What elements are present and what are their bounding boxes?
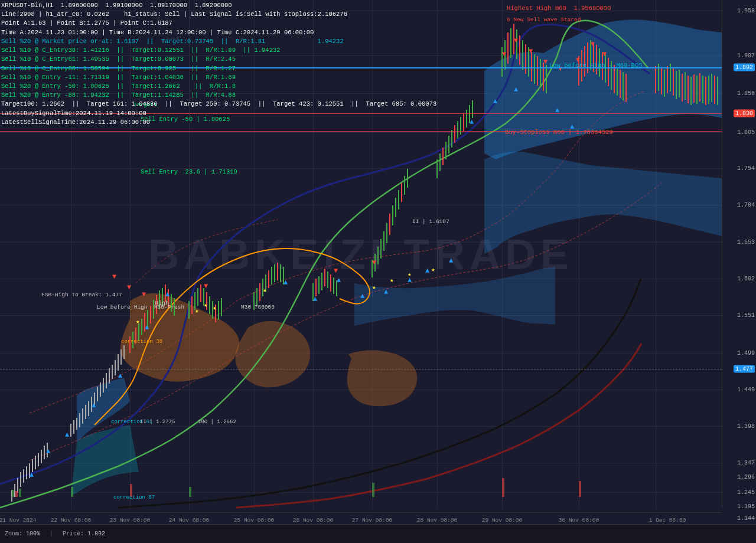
svg-text:▲: ▲ (65, 431, 70, 439)
bottom-bar-mid: | (50, 531, 53, 537)
svg-text:★: ★ (431, 266, 435, 273)
time-30nov: 30 Nov 08:00 (559, 517, 599, 524)
watermark: BABKEIZI TRADE (148, 230, 573, 279)
svg-text:▲: ▲ (165, 290, 170, 299)
price-1754: 1.754 (737, 165, 755, 172)
price-axis: 1.958 1.907 1.892 1.856 1.830 1.805 1.75… (722, 0, 756, 508)
svg-text:▲: ▲ (46, 447, 51, 456)
price-1892-highlight: 1.892 (734, 64, 755, 71)
svg-text:▲: ▲ (514, 86, 519, 94)
price-1398: 1.398 (737, 423, 755, 430)
svg-text:▼: ▼ (204, 282, 208, 290)
low-before-high-m30-label: Low before High M30-Fresh (97, 304, 184, 310)
price-1856: 1.856 (737, 90, 755, 97)
svg-text:▼: ▼ (591, 40, 595, 48)
svg-text:▲: ▲ (145, 323, 149, 332)
price-1499: 1.499 (737, 350, 755, 356)
price-1551: 1.551 (737, 312, 755, 319)
svg-text:★: ★ (204, 302, 208, 309)
svg-text:▼: ▼ (142, 290, 146, 299)
svg-text:★: ★ (263, 287, 267, 294)
svg-text:★: ★ (408, 271, 412, 278)
level-1618-label: II | 1.6187 (412, 218, 449, 225)
target1-label: Target1 (133, 102, 157, 108)
price-1602: 1.602 (737, 276, 755, 282)
svg-text:▼: ▼ (558, 65, 563, 73)
time-25nov: 25 Nov 08:00 (234, 517, 274, 524)
svg-text:▼: ▼ (112, 273, 117, 281)
svg-text:▼: ▼ (602, 50, 607, 58)
chart-canvas-area: BABKEIZI TRADE (0, 0, 722, 509)
time-29nov: 29 Nov 08:00 (482, 517, 522, 524)
svg-text:▼: ▼ (514, 37, 519, 45)
svg-text:▼: ▼ (334, 267, 338, 275)
price-1958: 1.958 (737, 8, 755, 14)
svg-text:▲: ▲ (493, 97, 498, 106)
price-1144: 1.144 (737, 515, 755, 522)
time-27nov: 27 Nov 08:00 (352, 517, 392, 524)
svg-text:▼: ▼ (576, 56, 581, 64)
time-1dec: 1 Dec 06:00 (649, 517, 686, 524)
high-label: High (155, 300, 169, 307)
svg-text:▲: ▲ (118, 372, 123, 380)
svg-text:★: ★ (390, 277, 394, 284)
price-1805: 1.805 (737, 129, 755, 136)
bottom-bar: Zoom: 100% | Price: 1.892 (0, 524, 756, 543)
svg-text:▼: ▼ (543, 58, 548, 66)
svg-text:▲: ▲ (449, 257, 454, 265)
svg-text:▲: ▲ (313, 295, 318, 303)
svg-text:▼: ▼ (372, 259, 377, 267)
price-1195: 1.195 (737, 503, 755, 510)
svg-text:▲: ▲ (384, 288, 389, 296)
svg-text:▼: ▼ (127, 283, 132, 292)
svg-rect-205 (12, 490, 14, 497)
time-axis: 21 Nov 2024 22 Nov 08:00 23 Nov 08:00 24… (0, 512, 722, 525)
svg-text:▲: ▲ (470, 118, 474, 126)
svg-text:▲: ▲ (425, 267, 430, 275)
svg-text:▲: ▲ (360, 292, 365, 300)
sell-entry-50-label: Sell Entry -50 | 1.80625 (141, 116, 230, 123)
svg-text:★: ★ (213, 305, 217, 312)
bottom-cursor-price: Price: 1.892 (63, 531, 105, 537)
svg-text:★: ★ (136, 318, 140, 325)
price-1907: 1.907 (737, 53, 755, 59)
bottom-zoom: Zoom: 100% (5, 531, 40, 537)
svg-text:▼: ▼ (529, 47, 533, 55)
price-1449: 1.449 (737, 387, 755, 393)
time-26nov: 26 Nov 08:00 (293, 517, 333, 524)
svg-text:★: ★ (372, 284, 376, 291)
time-24nov: 24 Nov 08:00 (169, 517, 209, 524)
m30-760000-label: M30 760000 (241, 304, 275, 310)
chart-container: BABKEIZI TRADE (0, 0, 756, 543)
price-1245: 1.245 (737, 489, 755, 496)
correction-38-label: correction 38 (121, 339, 162, 345)
svg-rect-207 (19, 489, 21, 497)
price-1296: 1.296 (737, 474, 755, 480)
svg-text:▲: ▲ (92, 401, 96, 410)
time-28nov: 28 Nov 08:00 (417, 517, 457, 524)
svg-text:★: ★ (195, 308, 199, 315)
price-1347: 1.347 (737, 460, 755, 466)
svg-text:▼: ▼ (502, 50, 507, 58)
price-1704: 1.704 (737, 202, 755, 208)
correction-87-label: correction 87 (113, 495, 155, 501)
correction-61-label: correction 61 (111, 419, 152, 425)
low-before-high-bos-label: Low before High - M60-BOS (549, 62, 643, 69)
time-22nov: 22 Nov 08:00 (51, 517, 91, 524)
svg-text:▲: ▲ (30, 471, 34, 479)
target100-label: 100 | 1.2662 (198, 419, 236, 425)
svg-text:▲: ▲ (284, 279, 288, 287)
price-1830-highlight: 1.830 (734, 110, 755, 117)
svg-text:▲: ▲ (570, 123, 575, 131)
svg-text:▲: ▲ (408, 276, 412, 284)
price-1653: 1.653 (737, 239, 755, 246)
fsb-high-label: FSB-High To Break: 1.477 (41, 292, 122, 298)
time-23nov: 23 Nov 08:00 (110, 517, 150, 524)
svg-text:▲: ▲ (337, 276, 341, 284)
time-21nov: 21 Nov 2024 (0, 517, 36, 524)
svg-rect-0 (0, 0, 722, 509)
new-sell-wave-label: 0 New Sell wave Stared (507, 17, 581, 23)
level-1277-label: II | 1.2775 (140, 419, 175, 425)
chart-svg: ▲ ▲ ▲ ▲ ▲ ▲ ▲ ▲ ▲ ▲ ▲ ▲ ▲ ▲ ▲ ▲ ▲ ▲ ▲ ▲ … (0, 0, 722, 509)
price-1477-highlight: 1.477 (734, 365, 755, 373)
